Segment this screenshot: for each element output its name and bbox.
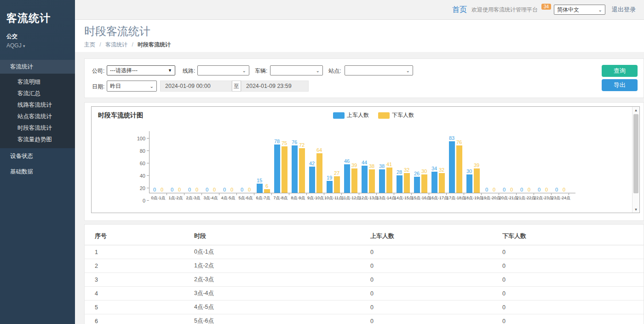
bar	[397, 175, 402, 193]
bar-value-label: 0	[248, 187, 251, 192]
table-cell: 3	[85, 273, 190, 287]
table-cell: 0	[367, 245, 499, 259]
bar	[404, 173, 410, 193]
station-select[interactable]: ⌄	[345, 65, 413, 75]
home-link[interactable]: 首页	[452, 5, 467, 15]
bar-value-label: 0	[241, 187, 243, 192]
table-cell: 1点-2点	[190, 259, 367, 273]
chart-scrollbar[interactable]: ▴ ▾	[632, 107, 639, 213]
breadcrumb-home[interactable]: 主页	[84, 41, 95, 48]
table-row: 10点-1点00	[85, 245, 644, 259]
legend-item-alighting[interactable]: 下车人数	[378, 111, 414, 119]
language-select[interactable]: 简体中文 ⌄	[554, 5, 605, 15]
table-row: 21点-2点00	[85, 259, 644, 273]
filter-panel: 公司: ---请选择--- ▼ 线路: ⌄ 车辆: ⌄ 站点: ⌄ 日期: 昨日…	[84, 58, 644, 98]
company-label: 公司:	[92, 67, 104, 75]
scroll-up-arrow[interactable]: ▴	[632, 107, 639, 113]
bar-group: 00	[184, 131, 202, 193]
line-label: 线路:	[183, 67, 195, 75]
bar	[379, 169, 385, 193]
bar-value-label: 0	[510, 187, 513, 192]
bar-value-label: 30	[466, 168, 472, 174]
bar-value-label: 39	[474, 162, 479, 168]
export-button[interactable]: 导出	[602, 79, 638, 91]
table-cell: 6	[85, 314, 190, 324]
bar-value-label: 0	[171, 187, 173, 192]
col-header-boarding: 上车人数	[367, 226, 499, 245]
y-tick	[147, 138, 149, 139]
table-cell: 0	[367, 314, 499, 324]
company-value: ---请选择---	[110, 67, 138, 75]
topbar: 首页 欢迎使用客流统计管理平台 34 简体中文 ⌄ 退出登录	[75, 0, 644, 20]
table-row: 43点-4点00	[85, 287, 644, 301]
sidebar-item-trend-chart[interactable]: 客流量趋势图	[0, 134, 75, 145]
x-axis-label: 3点-4点	[202, 195, 219, 201]
date-end-input[interactable]: 2024-01-09 23:59	[241, 81, 309, 92]
chart-legend: 上车人数 下车人数	[333, 111, 420, 119]
bar-group: 00	[150, 131, 167, 193]
y-axis-label: 80	[130, 148, 145, 154]
bar-value-label: 0	[230, 187, 233, 192]
y-axis-label: 20	[130, 185, 145, 191]
bar	[421, 174, 427, 193]
sidebar-item-line-stats[interactable]: 线路客流统计	[0, 99, 75, 111]
table-row: 54点-5点00	[85, 301, 644, 314]
notification-badge[interactable]: 34	[541, 4, 551, 10]
bar	[274, 145, 280, 193]
bar	[264, 189, 270, 193]
company-select[interactable]: ---请选择--- ▼	[107, 65, 175, 75]
vehicle-select[interactable]: ⌄	[270, 65, 323, 75]
legend-label: 下车人数	[392, 111, 414, 119]
date-start-input[interactable]: 2024-01-09 00:00	[160, 81, 232, 92]
bar-value-label: 41	[386, 162, 392, 167]
x-axis-label: 7点-8点	[272, 195, 289, 201]
scroll-down-arrow[interactable]: ▾	[632, 206, 639, 213]
sidebar-item-base-data[interactable]: 基础数据	[0, 164, 75, 179]
bar-value-label: 0	[223, 187, 226, 192]
x-axis-label: 0点-1点	[150, 195, 167, 201]
app-logo: 客流统计	[0, 0, 75, 28]
bar-value-label: 75	[282, 140, 287, 146]
sidebar-item-passenger-stats[interactable]: 客流统计	[0, 60, 75, 74]
bar-value-label: 39	[351, 162, 357, 168]
date-preset-select[interactable]: 昨日 ⌄	[107, 81, 157, 92]
scrollbar-thumb[interactable]	[633, 114, 638, 193]
y-tick	[147, 175, 149, 176]
legend-swatch-yellow	[378, 112, 390, 119]
vehicle-label: 车辆:	[255, 67, 267, 75]
bar-value-label: 32	[404, 167, 409, 173]
table-cell: 0点-1点	[190, 245, 367, 259]
bar-group: 156	[254, 131, 272, 193]
query-button[interactable]: 查询	[602, 65, 638, 77]
bar	[466, 174, 472, 193]
bar-group: 3841	[377, 131, 394, 193]
bar-value-label: 46	[344, 158, 350, 164]
table-cell: 0	[367, 259, 499, 273]
user-dropdown[interactable]: AQGJ ▾	[0, 41, 75, 49]
legend-item-boarding[interactable]: 上车人数	[333, 111, 369, 119]
bar-group: 00	[517, 131, 534, 193]
sidebar-item-passenger-detail[interactable]: 客流明细	[0, 76, 75, 88]
table-row: 65点-6点00	[85, 314, 644, 324]
x-axis-label: 8点-9点	[289, 195, 307, 201]
bar-value-label: 0	[528, 187, 530, 192]
bar-group: 00	[482, 131, 499, 193]
bar-group: 00	[219, 131, 237, 193]
logout-link[interactable]: 退出登录	[612, 6, 636, 14]
breadcrumb-current: 时段客流统计	[138, 41, 171, 48]
sidebar-item-period-stats[interactable]: 时段客流统计	[0, 122, 75, 134]
y-tick	[147, 150, 149, 151]
bar	[344, 164, 350, 193]
table-cell: 0	[367, 273, 499, 287]
sidebar-item-passenger-summary[interactable]: 客流汇总	[0, 88, 75, 99]
sidebar-item-station-stats[interactable]: 站点客流统计	[0, 111, 75, 122]
bar-group: 3039	[464, 131, 482, 193]
page-title: 时段客流统计	[84, 23, 644, 39]
line-select[interactable]: ⌄	[197, 65, 249, 75]
sidebar-item-device-status[interactable]: 设备状态	[0, 148, 75, 164]
bar-value-label: 6	[265, 183, 268, 189]
bar-value-label: 42	[309, 161, 315, 166]
breadcrumb-section[interactable]: 客流统计	[105, 41, 127, 48]
x-axis-label: 10点-11点	[324, 195, 342, 201]
chevron-down-icon: ⌄	[242, 68, 246, 73]
